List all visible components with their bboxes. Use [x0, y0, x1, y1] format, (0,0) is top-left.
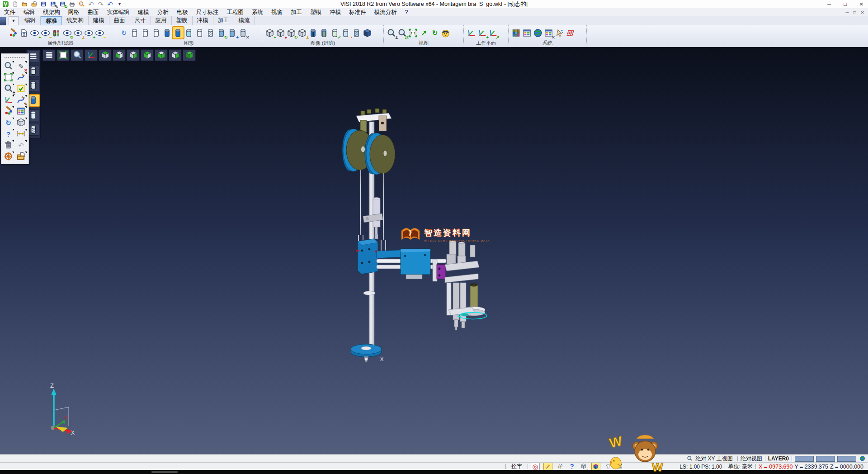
- print-icon[interactable]: [68, 0, 76, 8]
- menu-item-18[interactable]: ?: [401, 8, 412, 16]
- snap-circle-icon[interactable]: ◎: [531, 463, 540, 470]
- layer-settings-icon[interactable]: ✕: [238, 27, 249, 38]
- view-menu-icon[interactable]: [42, 49, 56, 61]
- view-front-icon[interactable]: [113, 49, 126, 61]
- layer-hatch-blue-icon[interactable]: [351, 27, 362, 38]
- view-search-icon[interactable]: [686, 455, 693, 462]
- undo-icon[interactable]: ↶: [87, 0, 95, 8]
- assembly-model[interactable]: X Z X Y: [0, 47, 868, 454]
- view-bottom-icon[interactable]: [169, 49, 182, 61]
- menu-item-0[interactable]: 文件: [0, 8, 19, 16]
- help-icon[interactable]: ?: [3, 128, 14, 139]
- export-view-icon[interactable]: →: [580, 463, 588, 469]
- curve-modify-icon[interactable]: ✎: [15, 95, 27, 105]
- view-top-icon[interactable]: [99, 49, 112, 61]
- menu-item-15[interactable]: 冲模: [326, 8, 345, 16]
- menu-item-13[interactable]: 加工: [287, 8, 306, 16]
- zoom-fit-icon[interactable]: [57, 49, 70, 61]
- tab-1[interactable]: 标准: [41, 16, 62, 25]
- select-add-icon[interactable]: +: [264, 27, 275, 38]
- visibility-filter-icon[interactable]: [51, 27, 62, 38]
- view-left-icon[interactable]: [141, 49, 154, 61]
- tab-3[interactable]: 建模: [89, 16, 109, 25]
- strip-menu-icon[interactable]: [28, 51, 39, 62]
- menu-item-11[interactable]: 系统: [248, 8, 267, 16]
- lock-toggle[interactable]: 拴牢: [511, 463, 522, 470]
- measure-icon[interactable]: [15, 128, 27, 139]
- strip-wire-a-icon[interactable]: [28, 65, 39, 77]
- carriage-block[interactable]: [356, 239, 378, 274]
- scale-indicator[interactable]: LS: 1.00 PS: 1.00: [679, 464, 722, 470]
- revert-icon[interactable]: ↶: [106, 0, 114, 8]
- layer-copy-icon[interactable]: +: [227, 27, 238, 38]
- preferences-icon[interactable]: [522, 27, 533, 38]
- zoom-dynamic-icon[interactable]: [71, 49, 84, 61]
- layer-color-bar-2[interactable]: [816, 456, 835, 462]
- show-add-icon[interactable]: +: [29, 27, 40, 38]
- solid-cube-icon[interactable]: [15, 117, 27, 128]
- work-grid-icon[interactable]: [565, 27, 576, 38]
- layer-color-bar-1[interactable]: [795, 456, 814, 462]
- mdi-minimize-button[interactable]: ─: [845, 10, 849, 15]
- attributes-paint-icon[interactable]: [3, 106, 14, 117]
- strip-hatch-icon[interactable]: [28, 124, 39, 136]
- select-regen-icon[interactable]: ↻: [286, 27, 297, 38]
- new-file-icon[interactable]: [11, 0, 19, 8]
- cursor-snap-icon[interactable]: [556, 463, 564, 469]
- layer-regen-icon[interactable]: ↻: [216, 27, 227, 38]
- menu-item-12[interactable]: 视窗: [267, 8, 287, 16]
- active-layer-indicator[interactable]: LAYER0: [768, 455, 789, 462]
- view-mode-indicator[interactable]: 绝对 XY 上视图: [695, 455, 732, 463]
- qat-more-icon[interactable]: ▾: [115, 0, 124, 8]
- save-all-icon[interactable]: ↻: [58, 0, 67, 8]
- workplane-new-icon[interactable]: +: [477, 27, 488, 38]
- tab-dropdown-button[interactable]: ▼: [9, 16, 19, 25]
- tab-9[interactable]: 加工: [213, 16, 234, 25]
- mdi-close-button[interactable]: ✕: [861, 10, 864, 15]
- ucs-axes-icon[interactable]: [3, 95, 14, 105]
- zoom-1-1-icon[interactable]: 1:1: [408, 27, 419, 38]
- menu-item-6[interactable]: 建模: [134, 8, 153, 16]
- dynamic-zoom-icon[interactable]: [3, 61, 14, 71]
- horizontal-arm[interactable]: [377, 249, 446, 281]
- strip-light-icon[interactable]: [28, 109, 39, 121]
- shaded-mode-icon[interactable]: [591, 463, 600, 470]
- menu-item-3[interactable]: 网格: [64, 8, 84, 16]
- menu-item-16[interactable]: 标准件: [345, 8, 370, 16]
- workplane-align-icon[interactable]: ↗: [488, 27, 499, 38]
- regen-graphics-icon[interactable]: ↻: [118, 27, 129, 38]
- hide-remove-icon[interactable]: −: [40, 27, 51, 38]
- strip-wire-b-icon[interactable]: [28, 80, 39, 91]
- viewport-3d[interactable]: X Z X Y ✎✕±✎↻?↶: [0, 47, 868, 454]
- minimize-button[interactable]: ─: [827, 1, 831, 7]
- print-preview-icon[interactable]: [77, 0, 86, 8]
- menu-item-10[interactable]: 工程图: [223, 8, 248, 16]
- sketch-knife-icon[interactable]: ✎✕: [15, 61, 27, 71]
- maximize-button[interactable]: □: [844, 1, 847, 7]
- render-face-icon[interactable]: [440, 27, 451, 38]
- view-back-icon[interactable]: [155, 49, 168, 61]
- regenerate-icon[interactable]: ↻: [3, 117, 14, 128]
- save-icon[interactable]: [39, 0, 48, 8]
- import-file-icon[interactable]: [30, 0, 38, 8]
- units-indicator[interactable]: 单位: 毫米: [728, 463, 753, 470]
- zoom-extents-icon[interactable]: ⇄: [397, 27, 408, 38]
- view-properties-icon[interactable]: [19, 27, 29, 38]
- tab-0[interactable]: 编辑: [20, 16, 41, 25]
- attribute-table-icon[interactable]: ✕: [543, 27, 554, 38]
- close-button[interactable]: ✕: [859, 1, 863, 7]
- visibility-refresh-icon[interactable]: ↻: [62, 27, 73, 38]
- menu-item-1[interactable]: 编辑: [19, 8, 39, 16]
- tab-10[interactable]: 模流: [234, 16, 255, 25]
- menu-item-4[interactable]: 曲面: [84, 8, 103, 16]
- undo-view-icon[interactable]: ↶: [15, 140, 27, 151]
- snap-settings-icon[interactable]: [554, 27, 565, 38]
- open-project-icon[interactable]: [15, 151, 27, 162]
- layer-solid-icon[interactable]: [162, 27, 173, 38]
- view-iso-icon[interactable]: [183, 49, 196, 61]
- layer-translucent-icon[interactable]: [184, 27, 194, 38]
- workplane-world-icon[interactable]: [466, 27, 477, 38]
- select-filter-icon[interactable]: ●: [275, 27, 286, 38]
- confirm-icon[interactable]: [15, 83, 27, 94]
- fit-view-icon[interactable]: [3, 72, 14, 83]
